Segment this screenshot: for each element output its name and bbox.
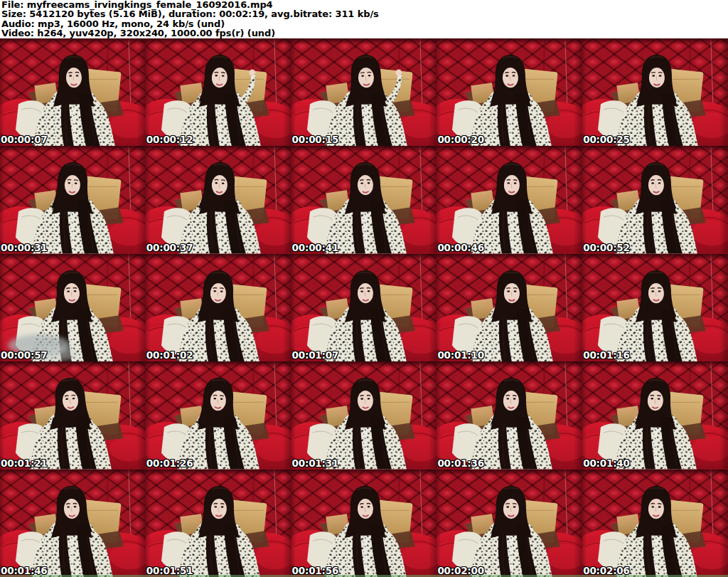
frame-top-vignette (146, 361, 291, 367)
webcam-frame-illustration (0, 361, 146, 469)
timestamp-overlay: 00:01:02 (146, 350, 193, 360)
timestamp-overlay: 00:01:16 (583, 350, 630, 360)
frame-left-vignette (291, 254, 296, 361)
timestamp-overlay: 00:01:51 (146, 566, 193, 576)
timestamp-overlay: 00:01:07 (292, 350, 339, 360)
frame-left-vignette (437, 38, 441, 146)
eye-left (652, 75, 655, 76)
frame-left-vignette (146, 361, 150, 469)
video-thumbnail: 00:00:57 (0, 254, 146, 361)
webcam-frame-illustration (0, 470, 146, 577)
frame-left-vignette (0, 146, 4, 253)
video-thumbnail: 00:00:31 (0, 146, 146, 253)
video-thumbnail: 00:01:10 (437, 254, 582, 361)
frame-top-vignette (291, 146, 437, 152)
frame-top-vignette (437, 361, 582, 367)
eye-left (508, 290, 510, 292)
frame-left-vignette (146, 38, 150, 146)
webcam-frame-illustration (582, 254, 728, 361)
timestamp-overlay: 00:01:36 (437, 458, 484, 468)
webcam-frame-illustration (0, 146, 146, 253)
frame-top-vignette (582, 470, 728, 475)
timestamp-overlay: 00:01:40 (583, 458, 630, 468)
frame-top-vignette (291, 470, 437, 475)
timestamp-overlay: 00:01:56 (292, 566, 339, 576)
webcam-frame-illustration (146, 38, 291, 146)
video-thumbnail: 00:01:46 (0, 470, 146, 577)
webcam-frame-illustration (582, 38, 728, 146)
metadata-line-size: Size: 5412120 bytes (5.16 MiB), duration… (1, 9, 728, 18)
metadata-line-video: Video: h264, yuv420p, 320x240, 1000.00 f… (1, 28, 728, 38)
webcam-frame-illustration (146, 470, 291, 577)
frame-right-vignette (719, 361, 728, 469)
webcam-frame-illustration (437, 470, 582, 577)
webcam-frame-illustration (146, 254, 291, 361)
frame-top-vignette (291, 38, 437, 44)
webcam-frame-illustration (0, 38, 146, 146)
frame-left-vignette (437, 470, 441, 577)
frame-top-vignette (582, 254, 728, 260)
frame-left-vignette (437, 361, 441, 469)
metadata-line-audio: Audio: mp3, 16000 Hz, mono, 24 kb/s (und… (1, 19, 728, 28)
video-thumbnail: 00:01:07 (291, 254, 437, 361)
frame-right-vignette (428, 361, 437, 469)
frame-right-vignette (574, 146, 582, 253)
frame-right-vignette (719, 470, 728, 577)
webcam-frame-illustration (437, 146, 582, 253)
frame-left-vignette (582, 38, 587, 146)
frame-right-vignette (428, 254, 437, 361)
webcam-frame-illustration (291, 361, 437, 469)
webcam-frame-illustration (291, 146, 437, 253)
frame-top-vignette (146, 146, 291, 152)
timestamp-overlay: 00:01:21 (1, 458, 48, 468)
frame-right-vignette (137, 470, 146, 577)
thumbnail-grid: 00:00:07 (0, 38, 728, 577)
eye-left (507, 506, 510, 507)
webcam-frame-illustration (582, 470, 728, 577)
webcam-frame-illustration (146, 146, 291, 253)
frame-right-vignette (137, 361, 146, 469)
frame-left-vignette (146, 254, 150, 361)
frame-top-vignette (437, 146, 582, 152)
frame-left-vignette (291, 361, 296, 469)
frame-top-vignette (0, 254, 146, 260)
video-thumbnail: 00:01:36 (437, 361, 582, 469)
frame-right-vignette (574, 38, 582, 146)
webcam-frame-illustration (582, 361, 728, 469)
eye-right (659, 75, 662, 76)
webcam-frame-illustration (291, 470, 437, 577)
webcam-frame-illustration (437, 361, 582, 469)
frame-top-vignette (437, 254, 582, 260)
metadata-line-file: File: myfreecams_irvingkings_female_1609… (1, 0, 728, 9)
video-thumbnail: 00:01:56 (291, 470, 437, 577)
video-thumbnail: 00:02:06 (582, 470, 728, 577)
frame-top-vignette (0, 146, 146, 152)
webcam-frame-illustration (291, 254, 437, 361)
video-thumbnail: 00:00:37 (146, 146, 291, 253)
frame-top-vignette (291, 254, 437, 260)
video-thumbnail: 00:00:46 (437, 146, 582, 253)
frame-left-vignette (291, 146, 296, 253)
timestamp-overlay: 00:00:25 (583, 134, 630, 144)
video-thumbnail: 00:01:51 (146, 470, 291, 577)
timestamp-overlay: 00:01:31 (292, 458, 339, 468)
frame-right-vignette (137, 146, 146, 253)
frame-left-vignette (0, 38, 4, 146)
eye-right (513, 506, 516, 507)
frame-right-vignette (428, 146, 437, 253)
frame-right-vignette (574, 470, 582, 577)
video-thumbnail: 00:01:40 (582, 361, 728, 469)
frame-top-vignette (146, 254, 291, 260)
frame-left-vignette (0, 470, 4, 577)
frame-top-vignette (0, 38, 146, 44)
frame-left-vignette (0, 254, 4, 361)
timestamp-overlay: 00:00:15 (292, 134, 339, 144)
webcam-frame-illustration (437, 254, 582, 361)
video-thumbnail: 00:00:52 (582, 146, 728, 253)
timestamp-overlay: 00:00:20 (437, 134, 484, 144)
frame-left-vignette (582, 254, 587, 361)
frame-left-vignette (437, 146, 441, 253)
timestamp-overlay: 00:00:37 (146, 243, 193, 253)
video-thumbnail: 00:01:02 (146, 254, 291, 361)
frame-right-vignette (428, 470, 437, 577)
